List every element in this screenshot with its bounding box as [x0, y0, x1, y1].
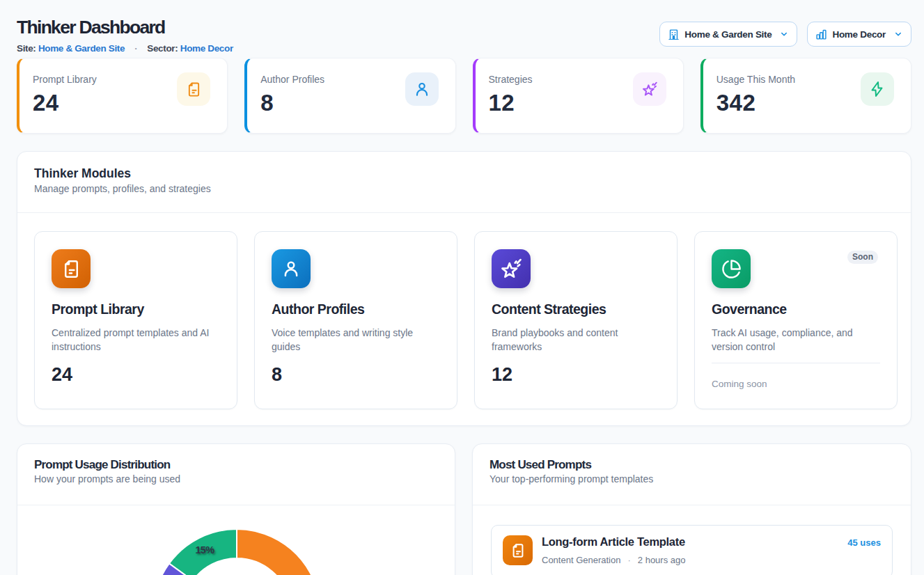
svg-text:15%: 15%	[195, 544, 214, 556]
